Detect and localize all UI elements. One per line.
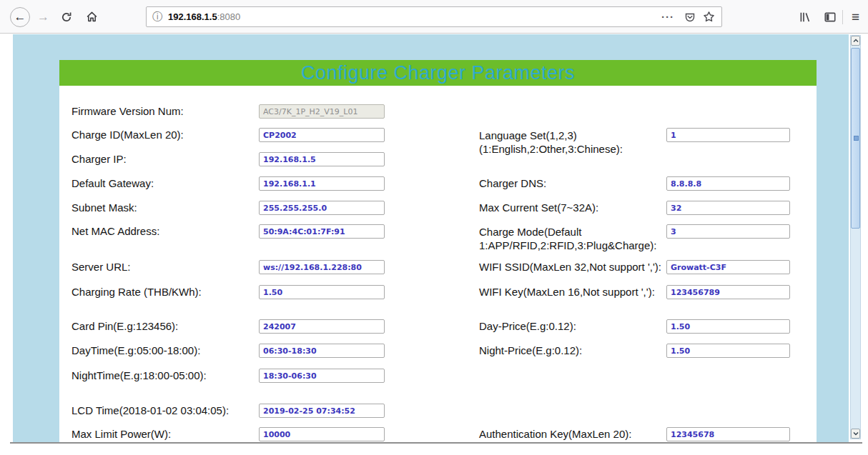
scrollbar-grip (854, 136, 859, 141)
scrollbar-thumb[interactable] (851, 48, 860, 229)
form-row: Charge Mode(Default1:APP/RFID,2:RFID,3:P… (13, 224, 849, 241)
reload-icon (61, 11, 72, 23)
lcd-time-input[interactable] (259, 404, 385, 418)
scroll-up-icon (853, 38, 859, 44)
charger-ip-input[interactable] (259, 152, 385, 166)
forward-icon: → (37, 10, 49, 24)
site-info-icon[interactable]: ⓘ (152, 11, 162, 24)
forward-button[interactable]: → (37, 10, 49, 24)
day-price-input[interactable] (666, 319, 790, 334)
scroll-down-icon (853, 431, 859, 436)
language-set-input[interactable] (666, 128, 790, 142)
firmware-version-input (259, 104, 385, 119)
pocket-button[interactable] (683, 9, 697, 25)
field-label: Firmware Version Num: (71, 105, 184, 117)
field-label: Charger DNS: (479, 177, 546, 189)
page-actions-icon[interactable]: ··· (661, 11, 674, 23)
field-label: Max Current Set(7~32A): (479, 201, 598, 214)
charger-dns-input[interactable] (666, 176, 790, 191)
form-row: WIFI Key(MaxLen 16,Not support ','): (13, 285, 849, 302)
url-port: :8080 (217, 11, 241, 22)
url-host: 192.168.1.5 (168, 11, 217, 22)
form-row: Charger IP: (13, 152, 849, 169)
pocket-icon (684, 11, 696, 23)
reload-button[interactable] (59, 9, 74, 25)
back-button[interactable]: ← (10, 7, 30, 27)
page-header: Configure Charger Parameters (59, 60, 817, 86)
star-icon (703, 11, 715, 23)
form-row: Firmware Version Num: (13, 104, 849, 121)
form-row: LCD Time(2018-01-02 03:04:05): (13, 404, 849, 421)
menu-button[interactable]: ≡ (852, 9, 859, 25)
home-button[interactable] (84, 9, 99, 25)
night-price-input[interactable] (666, 344, 790, 358)
library-icon (799, 11, 812, 24)
field-label: Charger IP: (71, 153, 127, 165)
max-current-input[interactable] (666, 201, 790, 215)
field-label: Day-Price(E.g:0.12): (479, 320, 576, 332)
page-background: Configure Charger Parameters Firmware Ve… (13, 34, 849, 443)
wifi-key-input[interactable] (666, 285, 790, 299)
charge-mode-input[interactable] (666, 224, 790, 239)
field-label: Night-Price(E.g:0.12): (479, 344, 582, 356)
url-bar[interactable]: ⓘ 192.168.1.5 :8080 ··· (146, 6, 722, 27)
form-row: NightTime(E.g:18:00-05:00): (13, 369, 849, 386)
home-icon (86, 11, 98, 23)
field-label: Authentication Key(MaxLen 20): (479, 428, 631, 440)
sidebar-button[interactable] (822, 9, 838, 25)
toolbar-separator (842, 10, 843, 24)
form-row: Night-Price(E.g:0.12): (13, 344, 849, 361)
browser-toolbar: ← → ⓘ 192.168.1.5 :8080 ··· (0, 0, 868, 34)
field-label: Language Set(1,2,3)(1:English,2:Other,3:… (479, 129, 623, 156)
scroll-down-button[interactable] (851, 429, 860, 439)
form-row: Max Current Set(7~32A): (13, 201, 849, 218)
hamburger-icon: ≡ (852, 9, 859, 24)
back-icon: ← (14, 10, 26, 24)
wifi-ssid-input[interactable] (666, 260, 790, 274)
toolbar-right-icons: ≡ (788, 0, 868, 34)
sidebar-icon (824, 11, 837, 24)
form-row: Day-Price(E.g:0.12): (13, 319, 849, 336)
field-label: WIFI Key(MaxLen 16,Not support ','): (479, 286, 655, 298)
field-label: Charge Mode(Default1:APP/RFID,2:RFID,3:P… (479, 225, 656, 252)
vertical-scrollbar[interactable] (850, 35, 861, 439)
browser-window: ← → ⓘ 192.168.1.5 :8080 ··· (0, 0, 868, 455)
field-label: NightTime(E.g:18:00-05:00): (71, 369, 207, 381)
nav-icons: ← → (6, 0, 99, 34)
authentication-key-input[interactable] (666, 427, 790, 441)
field-label: WIFI SSID(MaxLen 32,Not support ','): (479, 261, 661, 273)
library-button[interactable] (797, 9, 813, 25)
form-row: Language Set(1,2,3)(1:English,2:Other,3:… (13, 128, 849, 145)
bookmark-button[interactable] (701, 9, 716, 25)
form-row: Charger DNS: (13, 176, 849, 194)
form-row: WIFI SSID(MaxLen 32,Not support ','): (13, 260, 849, 277)
page-title: Configure Charger Parameters (301, 62, 575, 84)
scroll-up-button[interactable] (851, 36, 860, 46)
field-label: LCD Time(2018-01-02 03:04:05): (71, 404, 229, 416)
nighttime-input[interactable] (259, 369, 385, 383)
window-bottom-edge (10, 442, 862, 444)
